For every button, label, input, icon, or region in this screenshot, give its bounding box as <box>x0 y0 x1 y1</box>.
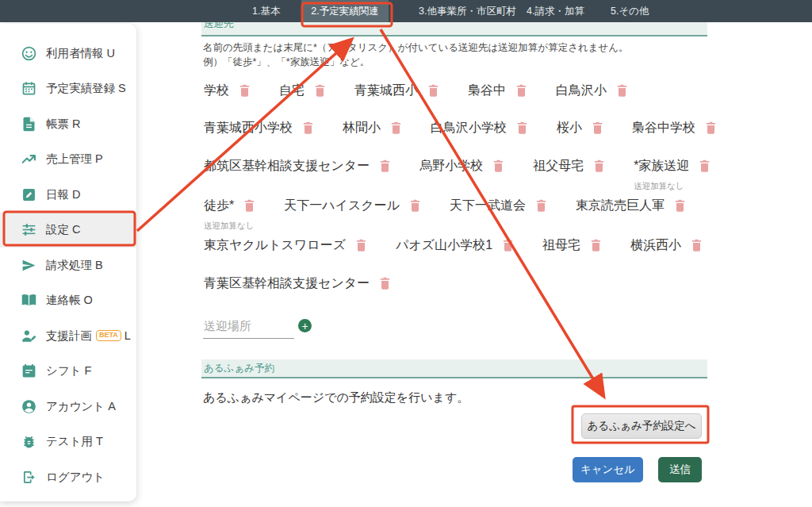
sidebar-item-users[interactable]: 利用者情報 U <box>0 36 136 71</box>
trash-icon[interactable] <box>592 159 607 174</box>
sidebar-item-support-plan[interactable]: 支援計画BETAL <box>0 318 136 354</box>
destination-item: 都筑区基幹相談支援センター <box>204 158 393 175</box>
destination-item: 桜小 <box>557 120 605 136</box>
destination-item: 東京ヤクルトスワローズ <box>204 237 369 254</box>
sidebar-item-label: ログアウト <box>46 470 105 485</box>
bug-icon <box>21 433 37 450</box>
sidebar-item-schedule-entry[interactable]: 予定実績登録 S <box>0 71 136 107</box>
destination-name: 学校 <box>204 83 229 99</box>
trash-icon[interactable] <box>377 276 393 291</box>
pickup-note-line2: 例）「徒歩*」、「*家族送迎」など。 <box>203 56 370 69</box>
tab-basic[interactable]: 1.基本 <box>252 0 280 22</box>
sidebar-item-settings[interactable]: 設定 C <box>0 213 136 248</box>
sidebar-item-label: 利用者情報 U <box>46 46 115 61</box>
destination-item: 東京読売巨人軍 <box>576 198 688 214</box>
main-content: 送迎先 名前の先頭または末尾に*（アスタリスク）が付いている送迎先は送迎加算が算… <box>201 0 707 507</box>
trash-icon[interactable] <box>689 238 704 253</box>
destination-row: 学校自宅青葉城西小梟谷中白鳥沢小 <box>204 83 630 99</box>
sidebar-item-daily-report[interactable]: 日報 D <box>0 177 136 213</box>
tab-other-offices[interactable]: 3.他事業所・市区町村 <box>419 0 516 22</box>
destination-name: 白鳥沢小 <box>556 83 607 99</box>
sidebar-item-label: 売上管理 P <box>46 152 103 167</box>
plus-icon: + <box>301 321 308 332</box>
sidebar-item-contact-book[interactable]: 連絡帳 O <box>0 283 136 319</box>
destination-item: 祖父母宅 <box>533 158 607 175</box>
destination-name: 横浜西小 <box>630 237 681 254</box>
trash-icon[interactable] <box>354 238 369 253</box>
no-addition-label: 送迎加算なし <box>204 221 257 232</box>
calendar-icon <box>21 80 37 97</box>
trash-icon[interactable] <box>242 198 257 213</box>
trash-icon[interactable] <box>426 83 441 98</box>
destination-item: 青葉城西小学校 <box>204 120 316 136</box>
add-destination-button[interactable]: + <box>298 319 312 332</box>
trash-icon[interactable] <box>588 238 603 253</box>
destination-name: 徒歩* <box>204 198 234 214</box>
sliders-icon <box>21 221 37 238</box>
smiley-icon <box>21 45 37 62</box>
destination-name: 祖母宅 <box>542 237 580 254</box>
destination-item: パオズ山小学校1 <box>396 237 515 254</box>
destination-item: *家族送迎送迎加算なし <box>634 158 712 192</box>
trash-icon[interactable] <box>377 159 393 174</box>
trash-icon[interactable] <box>590 121 605 136</box>
cancel-button[interactable]: キャンセル <box>573 457 643 482</box>
trash-icon[interactable] <box>703 121 718 136</box>
destination-item: 徒歩*送迎加算なし <box>204 198 257 232</box>
reservation-section-title: あるふぁみ予約 <box>201 362 274 375</box>
destination-item: 学校 <box>204 83 252 99</box>
trash-icon[interactable] <box>301 121 316 136</box>
trash-icon[interactable] <box>491 159 506 174</box>
destination-name: *家族送迎 <box>634 158 689 175</box>
pickup-note-line1: 名前の先頭または末尾に*（アスタリスク）が付いている送迎先は送迎加算が算定されま… <box>203 41 629 55</box>
trash-icon[interactable] <box>312 83 327 98</box>
trending-chart-icon <box>21 151 37 167</box>
trash-icon[interactable] <box>514 83 529 98</box>
sidebar-item-billing[interactable]: 請求処理 B <box>0 248 136 283</box>
tab-others[interactable]: 5.その他 <box>611 0 649 22</box>
edit-icon <box>21 186 37 203</box>
destination-item: 天下一武道会 <box>450 198 549 214</box>
sidebar-item-logout[interactable]: ログアウト <box>0 459 136 495</box>
destination-name: 東京ヤクルトスワローズ <box>204 237 346 254</box>
destination-name: 林間小 <box>343 120 381 136</box>
sidebar-item-shift[interactable]: シフト F <box>0 354 136 390</box>
destination-row: 都筑区基幹相談支援センター烏野小学校祖父母宅*家族送迎送迎加算なし <box>204 158 712 192</box>
destination-name: 白鳥沢小学校 <box>431 120 507 136</box>
destination-row: 青葉城西小学校林間小白鳥沢小学校桜小梟谷中学校 <box>204 120 718 136</box>
trash-icon[interactable] <box>515 121 530 136</box>
reservation-section-header: あるふぁみ予約 <box>201 359 707 378</box>
destination-name: 青葉城西小 <box>354 83 418 99</box>
destination-name: 自宅 <box>279 83 304 99</box>
sidebar-item-test[interactable]: テスト用 T <box>0 424 136 460</box>
destination-item: 烏野小学校 <box>419 158 506 175</box>
tab-billing-addition[interactable]: 4.請求・加算 <box>527 0 584 22</box>
trash-icon[interactable] <box>697 159 712 174</box>
trash-icon[interactable] <box>672 198 688 213</box>
destination-name: 梟谷中 <box>468 83 506 99</box>
destination-item: 祖母宅 <box>542 237 603 254</box>
sidebar-item-label: シフト F <box>46 363 91 378</box>
sidebar-item-label: テスト用 T <box>46 434 103 449</box>
top-tab-bar: 1.基本 2.予定実績関連 3.他事業所・市区町村 4.請求・加算 5.その他 <box>0 0 812 22</box>
destination-name: 青葉区基幹相談支援センター <box>204 275 370 292</box>
sidebar-item-suffix: L <box>124 329 131 342</box>
trash-icon[interactable] <box>237 83 252 98</box>
reservation-settings-button[interactable]: あるふぁみ予約設定へ <box>581 413 702 439</box>
destination-item: 横浜西小 <box>630 237 704 254</box>
trash-icon[interactable] <box>389 121 404 136</box>
trash-icon[interactable] <box>534 198 549 213</box>
sidebar-item-account[interactable]: アカウント A <box>0 389 136 424</box>
trash-icon[interactable] <box>408 198 423 213</box>
trash-icon[interactable] <box>500 238 515 253</box>
destination-item: 白鳥沢小 <box>556 83 630 99</box>
pickup-place-input[interactable] <box>203 317 294 339</box>
destination-name: 青葉城西小学校 <box>204 120 293 136</box>
destination-name: 東京読売巨人軍 <box>576 198 665 214</box>
sidebar-item-sales[interactable]: 売上管理 P <box>0 142 136 178</box>
trash-icon[interactable] <box>615 83 630 98</box>
tab-schedule-results[interactable]: 2.予定実績関連 <box>301 0 389 22</box>
sidebar-item-label: 日報 D <box>46 187 81 202</box>
sidebar-item-reports[interactable]: 帳票 R <box>0 106 136 142</box>
submit-button[interactable]: 送信 <box>658 457 702 482</box>
